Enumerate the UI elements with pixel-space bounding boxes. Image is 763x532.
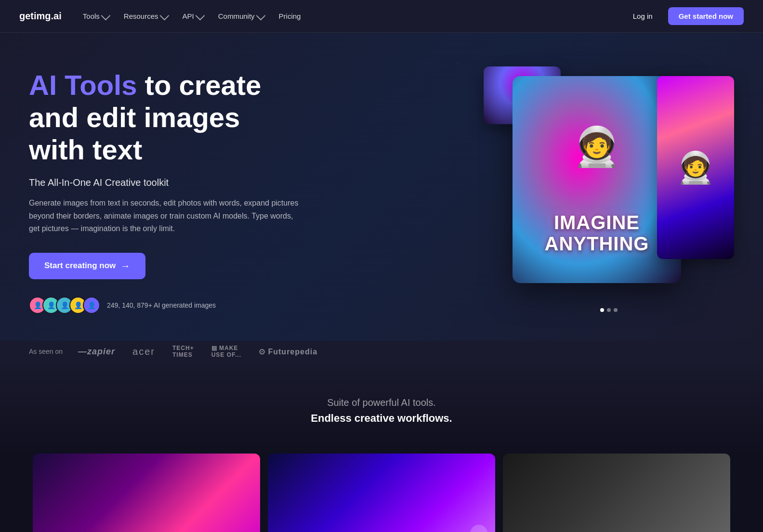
- nav-item-api[interactable]: API: [177, 8, 209, 24]
- hero-visuals: 🧑‍🚀 🧑‍🚀 IMAGINE ANYTHING 🧑‍🚀: [484, 66, 734, 317]
- chevron-down-icon: [195, 11, 205, 20]
- astronaut-right-icon: 🧑‍🚀: [657, 76, 734, 259]
- hero-description: Generate images from text in seconds, ed…: [29, 197, 299, 235]
- suite-title: Endless creative workflows.: [29, 412, 734, 425]
- carousel-dots: [600, 308, 618, 312]
- chevron-down-icon: [256, 11, 265, 20]
- nav-item-pricing[interactable]: Pricing: [273, 8, 307, 24]
- brand-logos: —zapier acer TECH+TIMES ▤ MAKEUSE OF... …: [78, 345, 317, 359]
- brand-tech-times: TECH+TIMES: [172, 345, 194, 359]
- carousel-dot-1[interactable]: [600, 308, 604, 312]
- hero-title-accent: AI Tools: [29, 69, 137, 101]
- card-arrow-button-2[interactable]: →: [470, 525, 487, 532]
- astronaut-icon: 🧑‍🚀: [573, 124, 621, 169]
- arrow-icon: →: [474, 528, 483, 532]
- navbar: getimg.ai Tools Resources API Community …: [0, 0, 763, 33]
- nav-links: Tools Resources API Community Pricing: [77, 8, 307, 24]
- imagine-anything-text: IMAGINE ANYTHING: [529, 212, 664, 254]
- bottom-card-1[interactable]: Imagine anything: [33, 454, 260, 532]
- avatar-group: 👤 👤 👤 👤 👤: [29, 297, 100, 314]
- user-count-row: 👤 👤 👤 👤 👤 249, 140, 879+ AI generated im…: [29, 297, 299, 314]
- as-seen-on-row: As seen on —zapier acer TECH+TIMES ▤ MAK…: [0, 345, 763, 359]
- nav-right: Log in Get started now: [623, 7, 744, 25]
- suite-section: Suite of powerful AI tools. Endless crea…: [0, 359, 763, 454]
- nav-item-resources[interactable]: Resources: [118, 8, 173, 24]
- carousel-dot-2[interactable]: [607, 308, 611, 312]
- brand-acer: acer: [132, 346, 155, 357]
- nav-item-tools[interactable]: Tools: [77, 8, 114, 24]
- hero-image-right: 🧑‍🚀: [657, 76, 734, 259]
- brand-zapier: —zapier: [78, 347, 115, 357]
- main-space-bg: 🧑‍🚀 IMAGINE ANYTHING: [513, 76, 681, 283]
- bottom-card-2[interactable]: →: [268, 454, 495, 532]
- bottom-cards-row: Imagine anything →: [0, 454, 763, 532]
- login-button[interactable]: Log in: [623, 8, 662, 25]
- hero-title: AI Tools to create and edit images with …: [29, 69, 299, 166]
- bottom-card-3[interactable]: [503, 454, 730, 532]
- suite-subtitle: Suite of powerful AI tools.: [29, 397, 734, 408]
- avatar: 👤: [83, 297, 100, 314]
- right-space-bg: 🧑‍🚀: [657, 76, 734, 259]
- chevron-down-icon: [159, 11, 169, 20]
- hero-image-main: 🧑‍🚀 IMAGINE ANYTHING: [513, 76, 681, 283]
- nav-item-community[interactable]: Community: [212, 8, 269, 24]
- hero-cta-button[interactable]: Start creating now →: [29, 253, 145, 279]
- hero-section: AI Tools to create and edit images with …: [0, 33, 763, 341]
- user-count-text: 249, 140, 879+ AI generated images: [107, 301, 216, 309]
- nav-left: getimg.ai Tools Resources API Community …: [19, 8, 306, 24]
- arrow-right-icon: →: [120, 260, 130, 272]
- carousel-dot-3[interactable]: [614, 308, 618, 312]
- hero-subtitle: The All-In-One AI Creative toolkit: [29, 177, 299, 188]
- as-seen-on-label: As seen on: [29, 348, 63, 355]
- get-started-button[interactable]: Get started now: [668, 7, 744, 25]
- hero-content: AI Tools to create and edit images with …: [29, 69, 299, 313]
- chevron-down-icon: [101, 11, 110, 20]
- brand-futurepedia: ⊙ Futurepedia: [259, 347, 317, 356]
- brand-makeuseof: ▤ MAKEUSE OF...: [211, 345, 241, 358]
- logo[interactable]: getimg.ai: [19, 11, 62, 22]
